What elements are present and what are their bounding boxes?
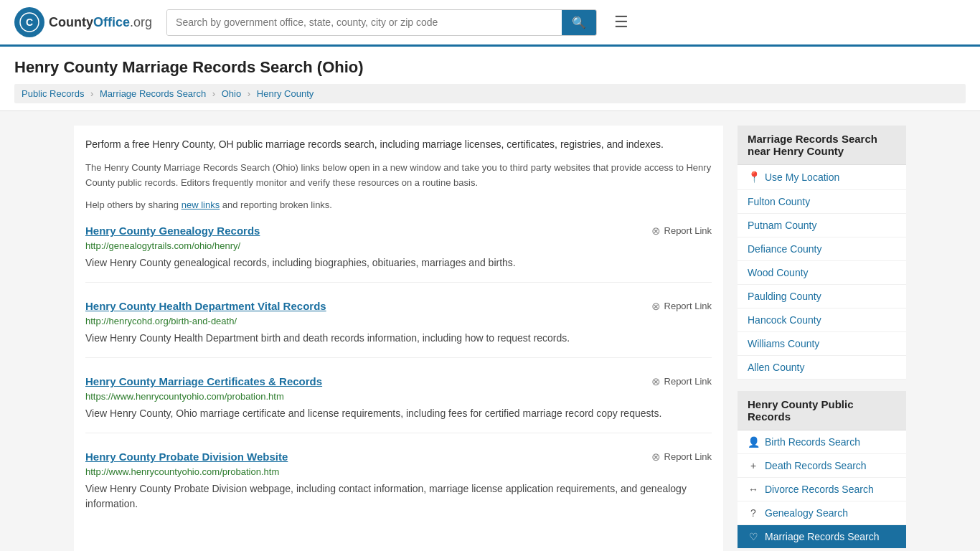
record-url-1: http://henrycohd.org/birth-and-death/ xyxy=(85,316,712,326)
record-title-2[interactable]: Henry County Marriage Certificates & Rec… xyxy=(85,375,322,387)
breadcrumb-link-marriage[interactable]: Marriage Records Search xyxy=(100,88,206,99)
record-description-1: View Henry County Health Department birt… xyxy=(85,331,712,346)
nearby-section: Marriage Records Search near Henry Count… xyxy=(738,126,906,380)
report-icon-3: ⊗ xyxy=(651,451,661,463)
public-record-link-4[interactable]: ♡ Marriage Records Search xyxy=(738,525,906,549)
logo-text: CountyOffice.org xyxy=(49,15,152,30)
county-label-3: Wood County xyxy=(748,267,809,278)
public-records-title: Henry County Public Records xyxy=(738,391,906,430)
report-link-button-0[interactable]: ⊗ Report Link xyxy=(651,225,712,237)
public-record-icon-3: ? xyxy=(748,507,759,519)
breadcrumb-sep-2: › xyxy=(212,88,215,99)
public-record-icon-0: 👤 xyxy=(748,436,759,448)
public-record-label-2: Divorce Records Search xyxy=(765,484,874,495)
record-entry: Henry County Marriage Certificates & Rec… xyxy=(85,375,712,433)
report-link-button-2[interactable]: ⊗ Report Link xyxy=(651,375,712,388)
county-label-5: Hancock County xyxy=(748,314,821,326)
intro-text-1: Perform a free Henry County, OH public m… xyxy=(85,137,712,152)
help-text: Help others by sharing new links and rep… xyxy=(85,199,712,210)
public-records-list: 👤 Birth Records Search + Death Records S… xyxy=(738,430,906,549)
breadcrumb-link-henry[interactable]: Henry County xyxy=(257,88,314,99)
menu-button[interactable]: ☰ xyxy=(611,10,631,34)
hamburger-icon: ☰ xyxy=(614,13,628,31)
help-prefix: Help others by sharing xyxy=(85,199,182,210)
public-record-icon-4: ♡ xyxy=(748,531,759,542)
public-record-label-1: Death Records Search xyxy=(765,460,867,471)
page-title-bar: Henry County Marriage Records Search (Oh… xyxy=(0,47,980,111)
search-input[interactable] xyxy=(167,10,562,35)
site-logo[interactable]: C CountyOffice.org xyxy=(14,7,152,37)
county-label-6: Williams County xyxy=(748,338,819,349)
record-header: Henry County Health Department Vital Rec… xyxy=(85,300,712,313)
page-title: Henry County Marriage Records Search (Oh… xyxy=(14,58,966,77)
county-label-0: Fulton County xyxy=(748,196,810,207)
county-label-1: Putnam County xyxy=(748,220,817,231)
public-record-link-3[interactable]: ? Genealogy Search xyxy=(738,501,906,525)
record-header: Henry County Marriage Certificates & Rec… xyxy=(85,375,712,388)
public-record-icon-1: + xyxy=(748,460,759,471)
county-label-7: Allen County xyxy=(748,362,804,373)
records-list: Henry County Genealogy Records ⊗ Report … xyxy=(85,225,712,523)
record-header: Henry County Genealogy Records ⊗ Report … xyxy=(85,225,712,237)
report-label-0: Report Link xyxy=(664,225,712,236)
intro-text-2: The Henry County Marriage Records Search… xyxy=(85,161,712,191)
report-label-2: Report Link xyxy=(664,376,712,387)
record-url-2: https://www.henrycountyohio.com/probatio… xyxy=(85,391,712,402)
svg-text:C: C xyxy=(26,17,33,28)
main-container: Perform a free Henry County, OH public m… xyxy=(60,111,920,551)
record-entry: Henry County Probate Division Website ⊗ … xyxy=(85,451,712,523)
nearby-counties-list: Fulton CountyPutnam CountyDefiance Count… xyxy=(738,190,906,380)
nearby-county-1[interactable]: Putnam County xyxy=(738,214,906,237)
report-label-3: Report Link xyxy=(664,451,712,462)
record-entry: Henry County Health Department Vital Rec… xyxy=(85,300,712,358)
nearby-title: Marriage Records Search near Henry Count… xyxy=(738,126,906,165)
record-entry: Henry County Genealogy Records ⊗ Report … xyxy=(85,225,712,283)
use-my-location[interactable]: 📍 Use My Location xyxy=(738,165,906,190)
breadcrumb-link-public-records[interactable]: Public Records xyxy=(22,88,84,99)
record-title-3[interactable]: Henry County Probate Division Website xyxy=(85,451,288,463)
site-header: C CountyOffice.org 🔍 ☰ xyxy=(0,0,980,47)
record-description-2: View Henry County, Ohio marriage certifi… xyxy=(85,406,712,421)
search-bar: 🔍 xyxy=(166,9,597,36)
nearby-county-3[interactable]: Wood County xyxy=(738,261,906,285)
content-area: Perform a free Henry County, OH public m… xyxy=(74,126,723,551)
report-link-button-1[interactable]: ⊗ Report Link xyxy=(651,300,712,313)
report-icon-2: ⊗ xyxy=(651,375,661,388)
record-title-1[interactable]: Henry County Health Department Vital Rec… xyxy=(85,300,326,312)
report-link-button-3[interactable]: ⊗ Report Link xyxy=(651,451,712,463)
nearby-county-7[interactable]: Allen County xyxy=(738,356,906,380)
help-suffix: and reporting broken links. xyxy=(220,199,332,210)
nearby-county-2[interactable]: Defiance County xyxy=(738,237,906,261)
public-record-link-0[interactable]: 👤 Birth Records Search xyxy=(738,430,906,454)
public-record-label-3: Genealogy Search xyxy=(765,507,848,519)
nearby-county-5[interactable]: Hancock County xyxy=(738,309,906,332)
public-records-section: Henry County Public Records 👤 Birth Reco… xyxy=(738,391,906,549)
record-title-0[interactable]: Henry County Genealogy Records xyxy=(85,225,260,237)
record-description-0: View Henry County genealogical records, … xyxy=(85,255,712,270)
record-url-0: http://genealogytrails.com/ohio/henry/ xyxy=(85,240,712,251)
breadcrumb-sep-1: › xyxy=(90,88,93,99)
search-button[interactable]: 🔍 xyxy=(562,10,596,35)
public-record-link-2[interactable]: ↔ Divorce Records Search xyxy=(738,478,906,501)
nearby-county-4[interactable]: Paulding County xyxy=(738,285,906,309)
search-icon: 🔍 xyxy=(572,17,586,29)
public-record-label-0: Birth Records Search xyxy=(765,436,860,448)
public-record-label-4: Marriage Records Search xyxy=(765,531,880,542)
record-url-3: http://www.henrycountyohio.com/probation… xyxy=(85,466,712,477)
sidebar: Marriage Records Search near Henry Count… xyxy=(738,126,906,551)
county-label-4: Paulding County xyxy=(748,291,821,302)
breadcrumb-sep-3: › xyxy=(248,88,250,99)
record-description-3: View Henry County Probate Division webpa… xyxy=(85,481,712,512)
county-label-2: Defiance County xyxy=(748,243,822,255)
logo-icon: C xyxy=(14,7,44,37)
nearby-county-0[interactable]: Fulton County xyxy=(738,190,906,214)
nearby-county-6[interactable]: Williams County xyxy=(738,332,906,356)
record-header: Henry County Probate Division Website ⊗ … xyxy=(85,451,712,463)
breadcrumb: Public Records › Marriage Records Search… xyxy=(14,84,966,103)
breadcrumb-link-ohio[interactable]: Ohio xyxy=(222,88,241,99)
new-links[interactable]: new links xyxy=(182,199,220,210)
report-icon-1: ⊗ xyxy=(651,300,661,313)
report-label-1: Report Link xyxy=(664,301,712,311)
public-record-link-1[interactable]: + Death Records Search xyxy=(738,454,906,478)
location-pin-icon: 📍 xyxy=(748,171,759,184)
